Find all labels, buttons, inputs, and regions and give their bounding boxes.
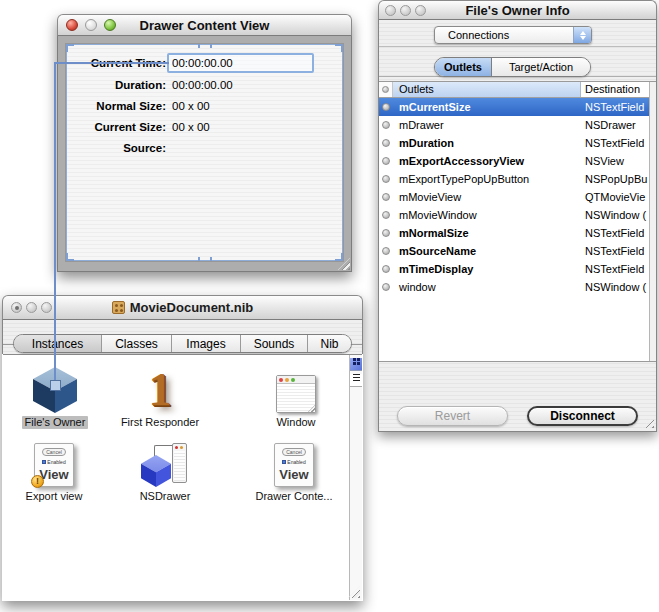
drawer-icon <box>141 443 189 487</box>
icon-view-button[interactable] <box>350 358 362 371</box>
destination-column-header[interactable]: Destination <box>581 82 656 97</box>
content-scrollbar[interactable] <box>349 355 362 600</box>
outlet-name: mMovieView <box>393 191 581 203</box>
tab-sounds[interactable]: Sounds <box>241 335 308 352</box>
interface-builder-desktop: Drawer Content View Current Time: 00:00:… <box>0 0 659 612</box>
disconnect-button[interactable]: Disconnect <box>527 406 638 426</box>
table-row[interactable]: window NSWindow ( <box>379 278 656 296</box>
warning-badge-icon: ! <box>31 475 44 488</box>
outlet-name: mMovieWindow <box>393 209 581 221</box>
outlet-destination: NSDrawer <box>581 119 656 131</box>
minimize-button[interactable] <box>26 302 37 313</box>
window-icon <box>276 375 316 413</box>
window-title: MovieDocument.nib <box>130 300 254 315</box>
table-row[interactable]: mMovieView QTMovieVie <box>379 188 656 206</box>
close-button[interactable] <box>66 19 78 31</box>
connector-dot-icon <box>382 283 390 291</box>
zoom-button[interactable] <box>415 5 426 16</box>
table-row[interactable]: mDuration NSTextField <box>379 134 656 152</box>
item-label: NSDrawer <box>140 490 191 503</box>
connections-tab-group: Outlets Target/Action <box>434 57 591 77</box>
outlet-name: mNormalSize <box>393 227 581 239</box>
minimize-button[interactable] <box>400 5 411 16</box>
list-view-button[interactable] <box>350 374 362 387</box>
close-button[interactable] <box>385 5 396 16</box>
nib-item-nsdrawer[interactable]: NSDrawer <box>130 441 200 503</box>
minimize-button[interactable] <box>85 19 97 31</box>
outlet-name: mTimeDisplay <box>393 263 581 275</box>
table-row[interactable]: mExportTypePopUpButton NSPopUpBu <box>379 170 656 188</box>
tab-nib[interactable]: Nib <box>308 335 351 352</box>
outlet-destination: NSTextField <box>581 263 656 275</box>
field-label: Duration: <box>69 78 166 92</box>
nib-item-drawer-content[interactable]: Cancel Enabled View Drawer Conte... <box>259 441 329 503</box>
outlet-name: mExportAccessoryView <box>393 155 581 167</box>
item-label: Window <box>276 416 315 429</box>
selection-midtick-icon <box>198 257 212 261</box>
field-value[interactable]: 00:00:00.00 <box>172 56 233 70</box>
connector-dot-icon <box>382 139 390 147</box>
item-label: First Responder <box>121 416 199 429</box>
item-label: Drawer Conte... <box>255 490 332 503</box>
first-responder-icon: 1 <box>149 367 172 413</box>
info-panel-titlebar[interactable]: File's Owner Info <box>378 0 657 20</box>
resize-grip[interactable] <box>642 416 654 428</box>
divider <box>379 46 656 47</box>
connection-endpoint <box>50 380 61 391</box>
item-label: File's Owner <box>22 416 89 429</box>
table-row[interactable]: mTimeDisplay NSTextField <box>379 260 656 278</box>
nib-document-window: MovieDocument.nib Instances Classes Imag… <box>2 295 363 601</box>
connector-dot-icon <box>382 86 389 93</box>
outlet-destination: NSTextField <box>581 137 656 149</box>
tab-outlets[interactable]: Outlets <box>435 58 492 76</box>
zoom-button[interactable] <box>104 19 116 31</box>
table-row[interactable]: mDrawer NSDrawer <box>379 116 656 134</box>
outlet-destination: NSWindow ( <box>581 209 656 221</box>
connector-column-header[interactable] <box>379 82 393 97</box>
table-scrollbar[interactable] <box>649 82 656 361</box>
list-icon <box>353 374 360 375</box>
table-header: Outlets Destination <box>379 82 656 98</box>
table-row[interactable]: mExportAccessoryView NSView <box>379 152 656 170</box>
drawer-content-canvas[interactable]: Current Time: 00:00:00.00 Duration: 00:0… <box>66 44 343 261</box>
connector-dot-icon <box>382 157 390 165</box>
field-label: Normal Size: <box>69 99 166 113</box>
connector-dot-icon <box>382 265 390 273</box>
tab-classes[interactable]: Classes <box>102 335 172 352</box>
selection-corner-icon <box>335 44 343 52</box>
outlet-destination: NSWindow ( <box>581 281 656 293</box>
outlet-destination: QTMovieVie <box>581 191 656 203</box>
connector-dot-icon <box>382 103 390 111</box>
table-row[interactable]: mNormalSize NSTextField <box>379 224 656 242</box>
outlet-name: window <box>393 281 581 293</box>
field-label: Source: <box>69 141 166 155</box>
nib-item-first-responder[interactable]: 1 First Responder <box>125 363 195 429</box>
close-button[interactable] <box>11 302 22 313</box>
field-value[interactable]: 00 x 00 <box>172 99 210 113</box>
table-row[interactable]: mSourceName NSTextField <box>379 242 656 260</box>
nib-item-window[interactable]: Window <box>261 363 331 429</box>
nib-item-export-view[interactable]: Cancel Enabled View ! Export view <box>19 441 89 503</box>
outlets-column-header[interactable]: Outlets <box>393 82 581 97</box>
outlet-destination: NSTextField <box>581 245 656 257</box>
tab-images[interactable]: Images <box>172 335 241 352</box>
table-row[interactable]: mMovieWindow NSWindow ( <box>379 206 656 224</box>
outlet-name: mDuration <box>393 137 581 149</box>
field-value[interactable]: 00 x 00 <box>172 120 210 134</box>
outlet-destination: NSTextField <box>581 227 656 239</box>
outlet-destination: NSPopUpBu <box>581 173 656 185</box>
drawer-window-frame: Current Time: 00:00:00.00 Duration: 00:0… <box>57 36 352 272</box>
nib-tab-group: Instances Classes Images Sounds Nib <box>13 334 352 353</box>
outlet-destination: NSView <box>581 155 656 167</box>
tab-target-action[interactable]: Target/Action <box>492 58 590 76</box>
drawer-window-titlebar[interactable]: Drawer Content View <box>57 14 352 36</box>
field-value[interactable]: 00:00:00.00 <box>172 78 233 92</box>
nib-window-titlebar[interactable]: MovieDocument.nib <box>2 295 363 320</box>
connector-dot-icon <box>382 175 390 183</box>
revert-button[interactable]: Revert <box>397 406 508 426</box>
table-row[interactable]: mCurrentSize NSTextField <box>379 98 656 116</box>
tab-instances[interactable]: Instances <box>14 335 102 352</box>
inspector-mode-popup[interactable]: Connections <box>434 26 592 44</box>
zoom-button[interactable] <box>41 302 52 313</box>
selection-corner-icon <box>66 253 74 261</box>
